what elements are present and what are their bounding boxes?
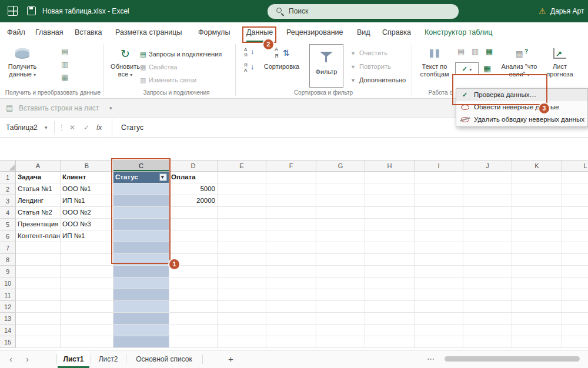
cell-D3[interactable]: 20000 xyxy=(169,195,218,207)
cell-F2[interactable] xyxy=(266,183,316,195)
cell-C10[interactable] xyxy=(113,277,169,289)
cell-L14[interactable] xyxy=(562,324,588,336)
cell-E5[interactable] xyxy=(218,219,266,230)
cell-F5[interactable] xyxy=(266,219,316,230)
cell-K15[interactable] xyxy=(512,336,562,348)
cell-G8[interactable] xyxy=(316,254,365,266)
cell-E13[interactable] xyxy=(218,313,266,324)
cell-G11[interactable] xyxy=(316,289,365,301)
column-header-A[interactable]: A xyxy=(16,160,61,172)
cell-D15[interactable] xyxy=(169,336,218,348)
cell-K6[interactable] xyxy=(512,230,562,242)
cancel-entry-icon[interactable]: ✕ xyxy=(69,118,75,138)
user-name[interactable]: Дарья Арт xyxy=(550,0,584,22)
tab-table-design[interactable]: Конструктор таблиц xyxy=(425,22,492,42)
cell-I11[interactable] xyxy=(415,289,463,301)
cell-L8[interactable] xyxy=(562,254,588,266)
tab-file[interactable]: Файл xyxy=(7,22,25,42)
cell-G2[interactable] xyxy=(316,183,365,195)
cell-J10[interactable] xyxy=(463,277,512,289)
cell-I8[interactable] xyxy=(415,254,463,266)
cell-J5[interactable] xyxy=(463,219,512,230)
sort-button[interactable]: А Я ⇅ Сортировка xyxy=(261,44,302,88)
cell-G1[interactable] xyxy=(316,172,365,183)
cell-D7[interactable] xyxy=(169,242,218,254)
cell-B6[interactable]: ИП №1 xyxy=(61,230,113,242)
cell-B11[interactable] xyxy=(61,289,113,301)
tab-page-layout[interactable]: Разметка страницы xyxy=(115,22,182,42)
cell-E15[interactable] xyxy=(218,336,266,348)
cell-J13[interactable] xyxy=(463,313,512,324)
cell-J6[interactable] xyxy=(463,230,512,242)
cell-H5[interactable] xyxy=(365,219,415,230)
confirm-entry-icon[interactable]: ✓ xyxy=(83,118,89,138)
cell-G12[interactable] xyxy=(316,301,365,313)
cell-K12[interactable] xyxy=(512,301,562,313)
cell-F13[interactable] xyxy=(266,313,316,324)
horizontal-scrollbar[interactable] xyxy=(445,356,580,362)
cell-D6[interactable] xyxy=(169,230,218,242)
cell-A12[interactable] xyxy=(16,301,61,313)
row-header-4[interactable]: 4 xyxy=(0,207,16,219)
cell-L6[interactable] xyxy=(562,230,588,242)
cell-G5[interactable] xyxy=(316,219,365,230)
cell-I9[interactable] xyxy=(415,266,463,277)
cell-F11[interactable] xyxy=(266,289,316,301)
cell-E8[interactable] xyxy=(218,254,266,266)
cell-L13[interactable] xyxy=(562,313,588,324)
cell-I15[interactable] xyxy=(415,336,463,348)
tab-insert[interactable]: Вставка xyxy=(75,22,102,42)
cell-L9[interactable] xyxy=(562,266,588,277)
cell-A2[interactable]: Статья №1 xyxy=(16,183,61,195)
cell-B1[interactable]: Клиент xyxy=(61,172,113,183)
cell-K14[interactable] xyxy=(512,324,562,336)
cell-H1[interactable] xyxy=(365,172,415,183)
cell-K11[interactable] xyxy=(512,289,562,301)
cell-F9[interactable] xyxy=(266,266,316,277)
cell-K9[interactable] xyxy=(512,266,562,277)
cell-L15[interactable] xyxy=(562,336,588,348)
cell-D4[interactable] xyxy=(169,207,218,219)
row-header-8[interactable]: 8 xyxy=(0,254,16,266)
cell-E12[interactable] xyxy=(218,301,266,313)
drag-handle-icon[interactable]: ⋮ xyxy=(58,118,65,138)
tab-review[interactable]: Рецензирование xyxy=(286,22,343,42)
queries-connections-item[interactable]: ▤Запросы и подключения xyxy=(140,48,222,61)
cell-L12[interactable] xyxy=(562,301,588,313)
cell-B8[interactable] xyxy=(61,254,113,266)
column-header-E[interactable]: E xyxy=(218,160,266,172)
cell-A4[interactable]: Статья №2 xyxy=(16,207,61,219)
cell-B14[interactable] xyxy=(61,324,113,336)
row-header-13[interactable]: 13 xyxy=(0,313,16,324)
cell-J4[interactable] xyxy=(463,207,512,219)
cell-A1[interactable]: Задача xyxy=(16,172,61,183)
cell-A3[interactable]: Лендинг xyxy=(16,195,61,207)
cell-F3[interactable] xyxy=(266,195,316,207)
add-sheet-button[interactable]: + xyxy=(228,350,233,368)
more-options-icon[interactable]: ⋯ xyxy=(427,350,435,368)
column-header-K[interactable]: K xyxy=(512,160,562,172)
cell-G3[interactable] xyxy=(316,195,365,207)
cell-I10[interactable] xyxy=(415,277,463,289)
cell-L10[interactable] xyxy=(562,277,588,289)
cell-J9[interactable] xyxy=(463,266,512,277)
tab-formulas[interactable]: Формулы xyxy=(198,22,230,42)
row-header-15[interactable]: 15 xyxy=(0,336,16,348)
cell-H2[interactable] xyxy=(365,183,415,195)
cell-H8[interactable] xyxy=(365,254,415,266)
formula-bar-value[interactable]: Статус xyxy=(121,118,143,138)
data-validation-button[interactable]: ✓ ▾ xyxy=(455,62,479,75)
cell-J12[interactable] xyxy=(463,301,512,313)
cell-H12[interactable] xyxy=(365,301,415,313)
cell-K13[interactable] xyxy=(512,313,562,324)
cell-B15[interactable] xyxy=(61,336,113,348)
column-header-J[interactable]: J xyxy=(463,160,512,172)
chevron-down-icon[interactable]: ▾ xyxy=(109,99,112,118)
cell-J1[interactable] xyxy=(463,172,512,183)
menu-item-clear-circles[interactable]: Удалить обводку неверных данных xyxy=(456,113,587,126)
cell-B3[interactable]: ИП №1 xyxy=(61,195,113,207)
tab-view[interactable]: Вид xyxy=(357,22,370,42)
cell-D5[interactable] xyxy=(169,219,218,230)
row-header-14[interactable]: 14 xyxy=(0,324,16,336)
cell-A10[interactable] xyxy=(16,277,61,289)
